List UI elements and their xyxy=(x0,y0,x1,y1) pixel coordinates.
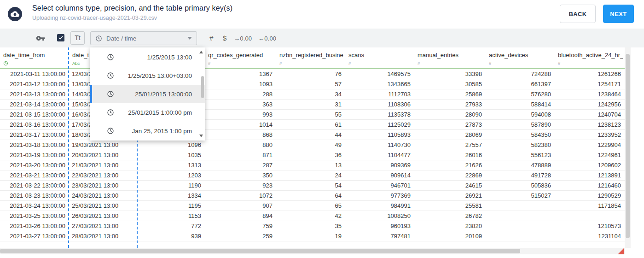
column-type-label: # xyxy=(418,61,484,66)
column-header-qr_codes_generated[interactable]: qr_codes_generated# xyxy=(205,47,276,69)
decrease-decimal-button[interactable]: ←0.00 xyxy=(258,35,276,42)
table-cell: 909614 xyxy=(345,170,414,180)
upload-cloud-icon xyxy=(11,10,19,18)
column-type-label: # xyxy=(208,61,274,66)
horizontal-scrollbar[interactable] xyxy=(0,248,625,254)
column-header-nzbn_registered_busine[interactable]: nzbn_registered_busine# xyxy=(276,47,345,69)
table-cell: 64 xyxy=(276,191,345,200)
dropdown-item[interactable]: 25/01/2015 1:00:00 pm xyxy=(90,103,205,122)
column-type-label: # xyxy=(279,61,343,66)
table-row: 2021-03-22 13:00:0023/03/2021 13:0011909… xyxy=(0,181,625,191)
primary-key-toggle[interactable] xyxy=(36,34,45,43)
table-cell: 26016 xyxy=(414,150,486,160)
table-cell: 26/03/2021 13:00 xyxy=(69,211,138,221)
table-cell: 984991 xyxy=(345,201,414,211)
table-cell: 1216460 xyxy=(555,181,625,190)
table-cell: 30585 xyxy=(414,79,486,89)
table-cell: 1035 xyxy=(138,150,205,160)
date-format-select[interactable]: Date / time xyxy=(90,31,197,45)
table-cell: 1209602 xyxy=(555,160,625,170)
table-cell xyxy=(486,211,555,221)
table-cell: 588414 xyxy=(486,100,555,109)
dropdown-item-label: Jan 25, 2015 1:00 pm xyxy=(114,128,205,135)
date-format-value: Date / time xyxy=(106,35,187,42)
horizontal-scrollbar-thumb[interactable] xyxy=(0,249,520,253)
table-cell: 1238123 xyxy=(555,120,625,129)
back-button[interactable]: BACK xyxy=(560,5,596,23)
clock-icon xyxy=(3,61,8,66)
table-cell: 594008 xyxy=(486,110,555,119)
table-cell: 2021-03-17 13:00:00 xyxy=(0,130,69,140)
table-cell: 2021-03-16 13:00:00 xyxy=(0,120,69,129)
column-header-manual_entries[interactable]: manual_entries# xyxy=(414,47,486,69)
table-cell: 1190 xyxy=(138,181,205,190)
dropdown-scrollbar-thumb[interactable] xyxy=(201,76,204,98)
table-cell: 478889 xyxy=(486,160,555,170)
dropdown-item[interactable]: 1/25/2015 13:00+03:00 xyxy=(90,66,205,85)
checkmark-icon xyxy=(58,35,64,41)
clock-icon xyxy=(107,109,114,116)
vertical-scrollbar[interactable] xyxy=(625,47,631,248)
column-name: qr_codes_generated xyxy=(208,52,274,59)
key-icon xyxy=(36,34,45,43)
table-row: 2021-03-20 13:00:0021/03/2021 13:0013132… xyxy=(0,160,625,170)
column-toolbar: Tt Date / time # $ →0.00 ←0.00 xyxy=(0,29,644,47)
title-block: Select columns type, precision, and the … xyxy=(32,4,232,21)
table-cell: 287 xyxy=(205,160,276,170)
table-cell: 21/03/2021 13:00 xyxy=(69,160,138,170)
column-header-bluetooth_active_24_hr_[interactable]: bluetooth_active_24_hr_# xyxy=(555,47,625,69)
scroll-up-arrow-icon[interactable] xyxy=(199,51,203,53)
table-cell: 25869 xyxy=(414,89,486,99)
table-cell: 1231104 xyxy=(555,231,625,241)
dropdown-item[interactable]: Jan 25, 2015 1:00 pm xyxy=(90,122,205,140)
table-cell: 19 xyxy=(276,231,345,241)
table-cell: 1104477 xyxy=(345,150,414,160)
column-include-checkbox[interactable] xyxy=(57,34,64,41)
column-name: active_devices xyxy=(489,52,553,59)
number-type-button[interactable]: # xyxy=(209,34,213,42)
table-cell: 1195 xyxy=(138,201,205,211)
column-header-active_devices[interactable]: active_devices# xyxy=(486,47,555,69)
dropdown-item-label: 25/01/2015 1:00:00 pm xyxy=(114,109,205,116)
table-cell: 34 xyxy=(276,89,345,99)
scroll-down-arrow-icon[interactable] xyxy=(199,135,203,137)
table-cell: 977369 xyxy=(345,191,414,200)
currency-type-button[interactable]: $ xyxy=(223,34,226,42)
table-cell: 2021-03-15 13:00:00 xyxy=(0,110,69,119)
table-cell: 61 xyxy=(276,120,345,129)
table-cell: 907 xyxy=(205,201,276,211)
table-cell: 1210573 xyxy=(555,221,625,231)
column-header-date_time_from[interactable]: date_time_from xyxy=(0,47,69,69)
table-cell: 28090 xyxy=(414,110,486,119)
table-cell: 2021-03-13 13:00:00 xyxy=(0,89,69,99)
table-cell: 894 xyxy=(205,211,276,221)
dropdown-item-label: 1/25/2015 13:00+03:00 xyxy=(114,72,205,79)
table-cell: 582380 xyxy=(486,140,555,150)
table-cell: 2021-03-24 13:00:00 xyxy=(0,201,69,211)
selected-column-left-border xyxy=(68,47,69,248)
table-cell: 1093 xyxy=(205,79,276,89)
table-cell: 26782 xyxy=(414,211,486,221)
next-button[interactable]: NEXT xyxy=(603,5,634,23)
table-cell: 27/03/2021 13:00 xyxy=(69,221,138,231)
text-type-button[interactable]: Tt xyxy=(70,31,85,45)
vertical-scrollbar-thumb[interactable] xyxy=(626,54,630,238)
increase-decimal-button[interactable]: →0.00 xyxy=(234,35,252,42)
table-cell: 36 xyxy=(276,150,345,160)
table-cell: 515027 xyxy=(486,191,555,200)
topbar: Select columns type, precision, and the … xyxy=(0,0,644,29)
table-cell: 33398 xyxy=(414,69,486,79)
table-cell: 1229904 xyxy=(555,140,625,150)
corner-alert-triangle xyxy=(618,248,624,254)
table-cell: 22/03/2021 13:00 xyxy=(69,170,138,180)
column-header-scans[interactable]: scans# xyxy=(345,47,414,69)
table-cell: 946701 xyxy=(345,181,414,190)
table-row: 2021-03-24 13:00:0025/03/2021 13:0011959… xyxy=(0,201,625,211)
clock-icon xyxy=(107,53,114,61)
table-cell: 2021-03-20 13:00:00 xyxy=(0,160,69,170)
dropdown-item[interactable]: 25/01/2015 13:00:00 xyxy=(90,85,205,103)
table-cell: 24 xyxy=(276,170,345,180)
table-cell: 24615 xyxy=(414,181,486,190)
dropdown-item[interactable]: 1/25/2015 13:00 xyxy=(90,48,205,66)
table-cell xyxy=(486,231,555,241)
